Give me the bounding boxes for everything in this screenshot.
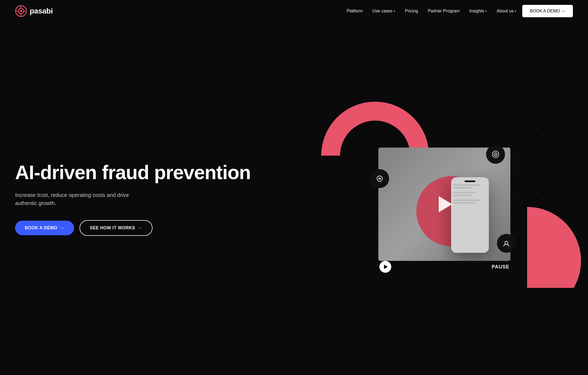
badge-icon — [502, 239, 511, 248]
target-icon — [491, 150, 500, 159]
nav-insights[interactable]: Insights ▾ — [466, 6, 491, 16]
nav-arrow-icon: → — [561, 9, 565, 13]
nav-book-demo-button[interactable]: BOOK A DEMO → — [522, 5, 573, 17]
navigation: pasabi Platform Use cases ▾ Pricing Part… — [0, 0, 588, 22]
nav-platform[interactable]: Platform — [343, 6, 366, 16]
logo-link[interactable]: pasabi — [15, 5, 53, 17]
video-card[interactable]: PAUSE — [378, 148, 510, 261]
svg-point-17 — [505, 241, 508, 244]
about-us-chevron-icon: ▾ — [515, 9, 516, 13]
pause-label[interactable]: PAUSE — [492, 264, 510, 270]
play-overlay[interactable] — [378, 148, 510, 261]
book-demo-arrow-icon: → — [60, 226, 65, 230]
hero-buttons: BOOK A DEMO → SEE HOW IT WORKS → — [15, 220, 305, 236]
nav-links: Platform Use cases ▾ Pricing Partner Pro… — [343, 5, 573, 17]
play-small-icon — [384, 265, 388, 269]
float-icon-1 — [486, 145, 505, 164]
hero-section: AI-driven fraud prevention Increase trus… — [0, 22, 588, 375]
video-play-button[interactable] — [379, 261, 391, 273]
book-demo-button[interactable]: BOOK A DEMO → — [15, 221, 74, 235]
svg-point-2 — [20, 10, 22, 12]
nav-pricing[interactable]: Pricing — [401, 6, 422, 16]
hero-video-area: PAUSE — [305, 110, 573, 282]
nav-use-cases[interactable]: Use cases ▾ — [369, 6, 399, 16]
float-icon-2 — [370, 169, 389, 188]
pasabi-logo-icon — [15, 5, 27, 17]
half-circle-decoration — [527, 207, 581, 288]
video-controls: PAUSE — [378, 261, 510, 273]
hero-title: AI-driven fraud prevention — [15, 162, 305, 183]
nav-about-us[interactable]: About us ▾ — [493, 6, 520, 16]
see-how-arrow-icon: → — [138, 226, 142, 230]
float-icon-3 — [497, 234, 516, 253]
video-thumbnail — [378, 148, 510, 261]
scan-icon — [375, 174, 384, 183]
svg-point-15 — [495, 154, 496, 155]
insights-chevron-icon: ▾ — [485, 9, 487, 13]
hero-content: AI-driven fraud prevention Increase trus… — [15, 156, 305, 236]
use-cases-chevron-icon: ▾ — [394, 9, 395, 13]
logo-text: pasabi — [30, 7, 53, 15]
svg-point-12 — [527, 207, 581, 288]
nav-partner-program[interactable]: Partner Program — [424, 6, 463, 16]
play-triangle-icon — [439, 196, 452, 212]
hero-subtitle: Increase trust, reduce operating costs a… — [15, 191, 150, 207]
see-how-it-works-button[interactable]: SEE HOW IT WORKS → — [79, 220, 153, 236]
